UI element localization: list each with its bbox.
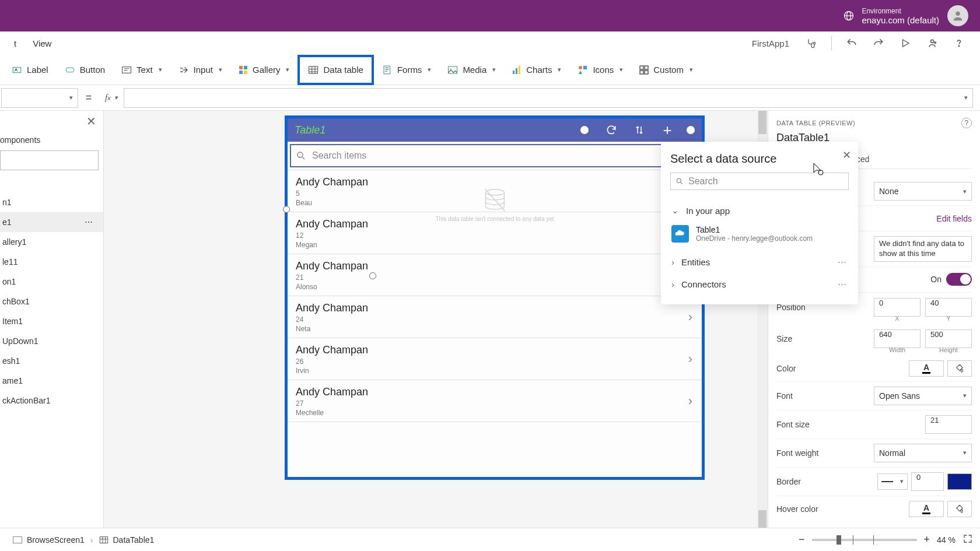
popup-search-input[interactable]: Search	[670, 173, 849, 190]
list-item[interactable]: Andy Champan5Beau›	[288, 170, 702, 212]
prop-border: Border ▾ 0	[776, 468, 972, 496]
font-select[interactable]: Open Sans▾	[874, 387, 972, 405]
svg-point-4	[931, 40, 934, 43]
visible-toggle[interactable]: On	[930, 273, 972, 286]
property-selector[interactable]: ▾	[1, 88, 78, 108]
redo-button[interactable]	[868, 33, 889, 54]
sort-icon[interactable]	[628, 122, 650, 138]
insert-charts-button[interactable]: Charts▾	[504, 58, 569, 82]
tree-item[interactable]: UpDown1	[0, 331, 103, 351]
menu-view[interactable]: View	[24, 38, 60, 48]
hover-font-color-button[interactable]: A	[909, 501, 944, 517]
data-table-selection[interactable]: Table1 + Search items This data table is…	[285, 115, 705, 480]
font-size-input[interactable]: 21	[925, 415, 972, 434]
svg-rect-12	[244, 71, 247, 74]
resize-handle[interactable]	[283, 206, 290, 213]
help-button[interactable]	[949, 33, 970, 54]
breadcrumb-screen[interactable]: BrowseScreen1	[7, 535, 90, 545]
tree-search-input[interactable]	[0, 150, 99, 170]
font-weight-select[interactable]: Normal▾	[874, 444, 972, 462]
data-source-select[interactable]: None▾	[874, 182, 972, 201]
insert-gallery-button[interactable]: Gallery▾	[230, 58, 298, 82]
tree-item[interactable]: Item1	[0, 311, 103, 331]
more-icon[interactable]: ⋯	[838, 279, 848, 289]
health-check-icon[interactable]	[801, 33, 822, 54]
chevron-right-icon: ›	[671, 279, 674, 289]
environment-selector[interactable]: Environment enayu.com (default)	[843, 7, 939, 25]
zoom-in-button[interactable]: +	[924, 534, 930, 546]
insert-forms-button[interactable]: Forms▾	[374, 58, 440, 82]
border-color-chip[interactable]	[947, 473, 972, 490]
insert-custom-button[interactable]: Custom▾	[631, 58, 701, 82]
tree-item[interactable]: on1	[0, 272, 103, 292]
canvas[interactable]: Table1 + Search items This data table is…	[104, 111, 768, 528]
list-item[interactable]: Andy Champan24Neta›	[288, 296, 702, 338]
close-icon[interactable]: ✕	[86, 114, 96, 128]
formula-input[interactable]: ▾	[124, 88, 973, 108]
share-button[interactable]	[922, 33, 943, 54]
tree-item[interactable]: ame1	[0, 371, 103, 391]
section-entities[interactable]: ›Entities⋯	[670, 251, 849, 273]
border-width-input[interactable]: 0	[911, 472, 944, 491]
font-color-button[interactable]: A	[909, 360, 944, 377]
gallery-search-input[interactable]: Search items	[290, 144, 699, 167]
svg-rect-30	[100, 536, 107, 543]
add-icon[interactable]: +	[656, 122, 678, 138]
resize-handle[interactable]	[369, 272, 376, 279]
tree-item-selected[interactable]: e1⋯	[0, 212, 103, 232]
fill-color-button[interactable]	[947, 360, 972, 377]
app-header: Environment enayu.com (default)	[0, 0, 980, 31]
edit-fields-link[interactable]: Edit fields	[936, 214, 972, 223]
zoom-slider[interactable]	[812, 539, 917, 541]
position-x-input[interactable]: 0	[874, 298, 921, 317]
tree-item[interactable]: ckActionBar1	[0, 391, 103, 410]
close-popup-button[interactable]: ✕	[842, 149, 851, 162]
no-data-text-input[interactable]: We didn't find any data to show at this …	[874, 236, 972, 262]
control-tree: n1 e1⋯ allery1 le11 on1 chBox1 Item1 UpD…	[0, 192, 103, 410]
hover-fill-color-button[interactable]	[947, 501, 972, 517]
svg-rect-22	[640, 66, 643, 69]
tree-item[interactable]: allery1	[0, 232, 103, 252]
tree-item[interactable]: chBox1	[0, 292, 103, 311]
prop-font-size: Font size 21	[776, 410, 972, 439]
globe-icon	[843, 10, 855, 22]
fx-button[interactable]: fx▾	[99, 93, 124, 103]
undo-button[interactable]	[841, 33, 862, 54]
data-source-item-table1[interactable]: Table1OneDrive - henry.legge@outlook.com	[670, 222, 849, 251]
help-icon[interactable]: ?	[961, 118, 972, 128]
insert-text-button[interactable]: Text▾	[113, 58, 170, 82]
list-item[interactable]: Andy Champan21Alonso›	[288, 254, 702, 296]
list-item[interactable]: Andy Champan27Mechelle›	[288, 380, 702, 422]
section-in-your-app[interactable]: ⌄In your app	[670, 199, 849, 222]
more-icon[interactable]: ⋯	[85, 217, 93, 227]
section-connectors[interactable]: ›Connectors⋯	[670, 273, 849, 295]
play-button[interactable]	[895, 33, 916, 54]
breadcrumb-control[interactable]: DataTable1	[93, 535, 160, 545]
size-height-input[interactable]: 500	[925, 329, 972, 348]
list-item[interactable]: Andy Champan12Megan›	[288, 212, 702, 254]
selection-handle[interactable]	[580, 126, 589, 134]
more-icon[interactable]: ⋯	[838, 257, 848, 267]
user-avatar[interactable]	[947, 5, 968, 26]
insert-data-table-button[interactable]: Data table	[298, 55, 373, 85]
tree-tab-components[interactable]: omponents	[0, 132, 103, 147]
size-width-input[interactable]: 640	[874, 329, 921, 348]
svg-rect-13	[309, 66, 318, 73]
onedrive-icon	[671, 225, 689, 243]
tree-item[interactable]: n1	[0, 192, 103, 212]
insert-input-button[interactable]: Input▾	[170, 58, 230, 82]
border-style-select[interactable]: ▾	[877, 473, 908, 490]
fit-to-screen-button[interactable]	[963, 534, 973, 546]
menu-t[interactable]: t	[6, 38, 24, 48]
insert-label-button[interactable]: Label	[4, 58, 57, 82]
list-item[interactable]: Andy Champan26Irvin›	[288, 338, 702, 380]
insert-media-button[interactable]: Media▾	[439, 58, 504, 82]
position-y-input[interactable]: 40	[925, 298, 972, 317]
insert-icons-button[interactable]: Icons▾	[569, 58, 631, 82]
selection-handle[interactable]	[687, 126, 695, 134]
zoom-out-button[interactable]: −	[799, 534, 805, 546]
tree-item[interactable]: esh1	[0, 351, 103, 371]
tree-item[interactable]: le11	[0, 252, 103, 272]
insert-button-button[interactable]: Button	[57, 58, 113, 82]
refresh-icon[interactable]	[600, 122, 622, 138]
